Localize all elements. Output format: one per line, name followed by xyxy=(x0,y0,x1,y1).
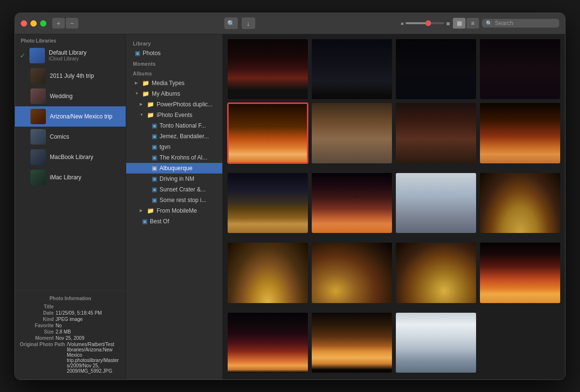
library-info: Default Library iCloud Library xyxy=(49,49,121,61)
photo-cell-top-2[interactable] xyxy=(312,39,392,100)
library-section-label: Library xyxy=(126,38,222,48)
photo-cell-2[interactable] xyxy=(312,103,392,163)
photo-grid-row4 xyxy=(228,313,560,373)
library-thumbnail xyxy=(30,129,46,145)
photo-cell-6[interactable] xyxy=(312,173,392,233)
info-row-size: Size 2.8 MB xyxy=(20,329,121,334)
sidebar-item-arizona[interactable]: Arizona/New Mexico trip xyxy=(15,106,126,127)
album-item-albuquerque[interactable]: ▣ Albuquerque xyxy=(126,163,222,174)
photo-cell-11[interactable] xyxy=(396,243,476,303)
photos-icon: ▣ xyxy=(135,50,140,57)
photo-cell-9[interactable] xyxy=(228,243,308,303)
photo-cell-10[interactable] xyxy=(312,243,392,303)
photo-cell-7[interactable] xyxy=(396,173,476,233)
sidebar: Photo Libraries ✓ Default Library iCloud… xyxy=(15,34,126,379)
photo-info-title: Photo Information xyxy=(20,296,121,301)
traffic-lights xyxy=(21,20,46,27)
arrow-icon: ▶ xyxy=(140,208,145,213)
minimize-button[interactable] xyxy=(30,20,37,27)
album-item-mobileme[interactable]: ▶ 📁 From MobileMe xyxy=(126,205,222,216)
album-label: Some rest stop i... xyxy=(160,197,206,203)
album-item-iphoto-events[interactable]: ▼ 📁 iPhoto Events xyxy=(126,110,222,120)
list-view-button[interactable]: ≡ xyxy=(466,18,479,29)
library-info: Arizona/New Mexico trip xyxy=(50,113,121,120)
library-info: MacBook Library xyxy=(50,154,121,160)
album-item-tgvn[interactable]: ▣ tgvn xyxy=(126,142,222,152)
zoom-in-icon: ■ xyxy=(446,20,450,27)
library-thumbnail xyxy=(30,149,46,165)
photos-icon: ▣ xyxy=(152,154,157,161)
photo-cell-3[interactable] xyxy=(396,103,476,163)
album-label: tgvn xyxy=(160,144,171,150)
library-name: 2011 July 4th trip xyxy=(50,73,121,79)
zoom-slider[interactable] xyxy=(406,22,444,24)
info-value: 2.8 MB xyxy=(56,329,121,334)
library-info: 2011 July 4th trip xyxy=(50,73,121,79)
fullscreen-button[interactable] xyxy=(40,20,46,27)
search-input[interactable] xyxy=(495,20,553,27)
photo-cell-top-3[interactable] xyxy=(396,39,476,100)
sidebar-item-default-library[interactable]: ✓ Default Library iCloud Library xyxy=(15,45,126,66)
info-label: Title xyxy=(20,304,54,309)
library-name: iMac Library xyxy=(50,174,121,181)
photo-cell-4[interactable] xyxy=(480,103,560,163)
photo-cell-5[interactable] xyxy=(228,173,308,233)
minus-button[interactable]: − xyxy=(66,18,78,29)
zoom-out-icon: ■ xyxy=(401,21,404,26)
photos-icon: ▣ xyxy=(152,165,157,172)
album-item-media-types[interactable]: ▶ 📁 Media Types xyxy=(126,78,222,88)
sidebar-item-comics[interactable]: Comics xyxy=(15,127,126,147)
library-name: Wedding xyxy=(50,93,121,100)
photo-cell-top-1[interactable] xyxy=(228,39,308,100)
photos-icon: ▣ xyxy=(152,122,157,129)
search-icon-button[interactable]: 🔍 xyxy=(224,17,238,29)
photo-grid-top xyxy=(228,39,560,100)
album-item-rest-stop[interactable]: ▣ Some rest stop i... xyxy=(126,195,222,205)
photo-cell-12[interactable] xyxy=(480,243,560,303)
search-box[interactable]: 🔍 xyxy=(482,19,559,28)
grid-view-button[interactable]: ▦ xyxy=(453,18,465,29)
photos-icon: ▣ xyxy=(142,218,147,225)
album-item-krohns[interactable]: ▣ The Krohns of Al... xyxy=(126,152,222,163)
photo-grid-container[interactable] xyxy=(223,34,565,379)
sidebar-item-wedding[interactable]: Wedding xyxy=(15,86,126,106)
check-icon: ✓ xyxy=(20,52,26,59)
library-name: MacBook Library xyxy=(50,154,121,160)
close-button[interactable] xyxy=(21,20,27,27)
download-icon-button[interactable]: ↓ xyxy=(242,17,255,29)
album-item-sunset-crater[interactable]: ▣ Sunset Crater &... xyxy=(126,184,222,195)
album-item-powerphotos[interactable]: ▶ 📁 PowerPhotos duplic... xyxy=(126,99,222,110)
sidebar-item-2011july[interactable]: 2011 July 4th trip xyxy=(15,66,126,86)
add-button[interactable]: + xyxy=(52,18,65,29)
sidebar-item-macbook[interactable]: MacBook Library xyxy=(15,147,126,167)
album-label: Jemez, Bandalier... xyxy=(160,133,209,140)
info-label: Date xyxy=(20,310,54,316)
view-toggle: ▦ ≡ xyxy=(453,18,479,29)
photo-cell-13[interactable] xyxy=(228,313,308,373)
photo-cell-top-4[interactable] xyxy=(480,39,560,100)
album-label: Sunset Crater &... xyxy=(160,186,205,193)
moments-section-label: Moments xyxy=(126,58,222,68)
info-value xyxy=(56,304,121,309)
album-item-photos[interactable]: ▣ Photos xyxy=(126,48,222,58)
app-window: + − 🔍 ↓ ■ ■ ▦ ≡ 🔍 xyxy=(14,13,566,380)
album-label: The Krohns of Al... xyxy=(160,154,207,161)
photo-cell-8[interactable] xyxy=(480,173,560,233)
sidebar-item-imac[interactable]: iMac Library xyxy=(15,167,126,188)
album-label: Media Types xyxy=(152,80,185,87)
info-label: Kind xyxy=(20,317,54,322)
album-item-best-of[interactable]: ▣ Best Of xyxy=(126,216,222,227)
photo-cell-1[interactable] xyxy=(228,103,308,163)
album-label: My Albums xyxy=(152,90,180,97)
photo-cell-15[interactable] xyxy=(396,313,476,373)
album-item-my-albums[interactable]: ▼ 📁 My Albums xyxy=(126,88,222,99)
library-name: Comics xyxy=(50,133,121,140)
photo-cell-14[interactable] xyxy=(312,313,392,373)
info-value: /Volumes/Ratbert/Test libraries/Arizona:… xyxy=(67,342,121,374)
info-label: Size xyxy=(20,329,54,334)
album-label: Driving in NM xyxy=(160,175,194,182)
album-item-jemez[interactable]: ▣ Jemez, Bandalier... xyxy=(126,131,222,142)
info-label: Moment xyxy=(20,335,54,341)
album-item-tonto[interactable]: ▣ Tonto National F... xyxy=(126,120,222,131)
album-item-driving-nm[interactable]: ▣ Driving in NM xyxy=(126,174,222,184)
